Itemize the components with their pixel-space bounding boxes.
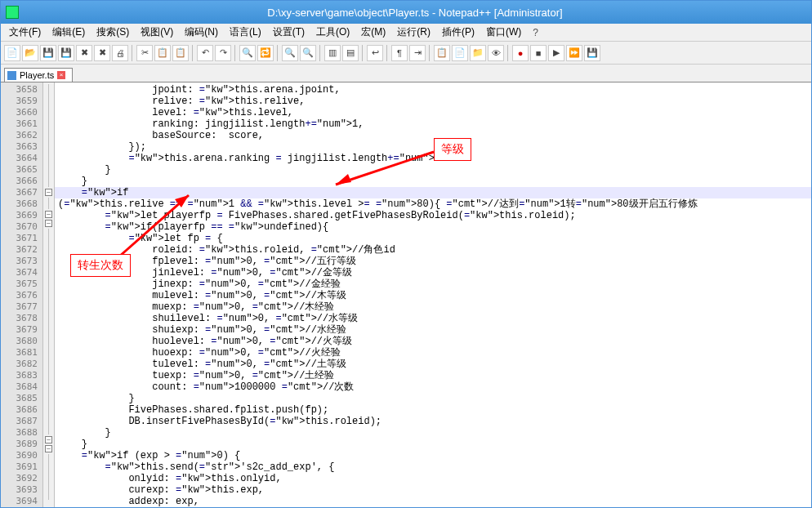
doc-map-icon[interactable]: 📄 [452,45,468,61]
play-multi-icon[interactable]: ⏩ [566,45,582,61]
svg-line-2 [119,195,189,256]
menu-plugins[interactable]: 插件(P) [437,24,480,41]
tab-label: Player.ts [20,70,54,80]
menu-tools[interactable]: 工具(O) [311,24,355,41]
sync-h-icon[interactable]: ▤ [342,45,359,61]
annotation-level: 等级 [434,138,471,161]
svg-line-0 [336,152,434,185]
menubar: 文件(F) 编辑(E) 搜索(S) 视图(V) 编码(N) 语言(L) 设置(T… [1,24,811,42]
menu-edit[interactable]: 编辑(E) [47,24,90,41]
svg-marker-1 [336,174,351,185]
monitor-icon[interactable]: 👁 [488,45,504,61]
fold-column[interactable]: −−−−− [43,82,55,507]
save-all-icon[interactable]: 💾 [58,45,74,61]
func-list-icon[interactable]: 📋 [434,45,450,61]
paste-icon[interactable]: 📋 [172,45,189,61]
find-icon[interactable]: 🔍 [239,45,256,61]
close-icon[interactable]: ✖ [76,45,92,61]
annotation-relive: 转生次数 [70,254,131,277]
record-icon[interactable]: ● [512,45,529,61]
arrow-level [323,140,438,197]
menu-window[interactable]: 窗口(W) [481,24,526,41]
editor: 3658 3659 3660 3661 3662 3663 3664 3665 … [1,82,811,507]
close-all-icon[interactable]: ✖ [94,45,110,61]
menu-settings[interactable]: 设置(T) [268,24,310,41]
menu-encoding[interactable]: 编码(N) [180,24,223,41]
arrow-relive [111,187,201,261]
save-icon[interactable]: 💾 [40,45,56,61]
tabbar: Player.ts × [1,65,811,82]
copy-icon[interactable]: 📋 [154,45,171,61]
window-title: D:\xy-server\game\object\Player.ts - Not… [24,7,806,19]
tab-player-ts[interactable]: Player.ts × [4,68,73,82]
play-icon[interactable]: ▶ [548,45,564,61]
menu-search[interactable]: 搜索(S) [91,24,134,41]
zoom-in-icon[interactable]: 🔍 [282,45,298,61]
menu-macro[interactable]: 宏(M) [356,24,390,41]
replace-icon[interactable]: 🔁 [257,45,274,61]
menu-lang[interactable]: 语言(L) [225,24,266,41]
menu-view[interactable]: 视图(V) [136,24,178,41]
titlebar[interactable]: D:\xy-server\game\object\Player.ts - Not… [1,1,811,24]
line-number-gutter: 3658 3659 3660 3661 3662 3663 3664 3665 … [1,82,43,507]
print-icon[interactable]: 🖨 [112,45,128,61]
app-window: D:\xy-server\game\object\Player.ts - Not… [0,0,812,508]
zoom-out-icon[interactable]: 🔍 [300,45,316,61]
redo-icon[interactable]: ↷ [215,45,231,61]
undo-icon[interactable]: ↶ [197,45,213,61]
stop-icon[interactable]: ■ [530,45,547,61]
tab-close-icon[interactable]: × [57,71,65,79]
folder-icon[interactable]: 📁 [470,45,486,61]
menu-file[interactable]: 文件(F) [4,24,46,41]
app-icon [6,6,19,19]
open-file-icon[interactable]: 📂 [22,45,38,61]
show-all-icon[interactable]: ¶ [391,45,408,61]
toolbar: 📄 📂 💾 💾 ✖ ✖ 🖨 ✂ 📋 📋 ↶ ↷ 🔍 🔁 🔍 🔍 ▥ ▤ ↩ ¶ … [1,42,811,65]
save-macro-icon[interactable]: 💾 [584,45,600,61]
new-file-icon[interactable]: 📄 [4,45,20,61]
indent-icon[interactable]: ⇥ [409,45,426,61]
menu-run[interactable]: 运行(R) [392,24,435,41]
cut-icon[interactable]: ✂ [136,45,153,61]
wrap-icon[interactable]: ↩ [367,45,383,61]
menu-help[interactable]: ? [528,25,543,40]
sync-v-icon[interactable]: ▥ [324,45,341,61]
